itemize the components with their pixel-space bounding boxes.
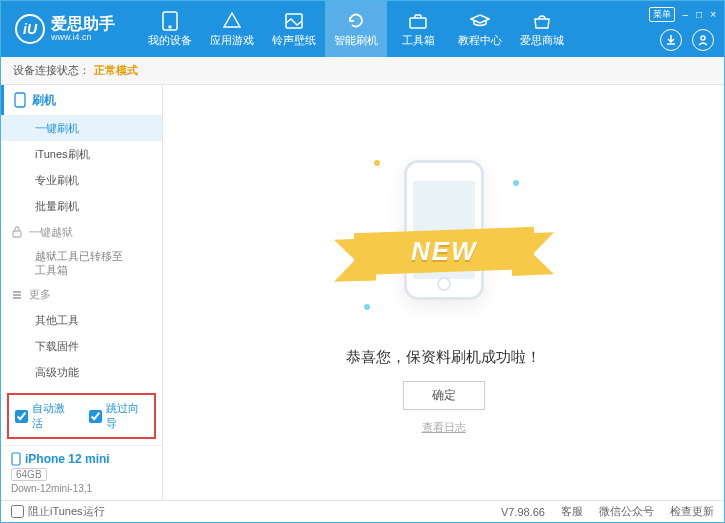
ribbon-text: NEW	[410, 236, 477, 267]
jailbreak-note: 越狱工具已转移至 工具箱	[1, 245, 162, 282]
svg-rect-5	[15, 93, 25, 107]
device-storage: 64GB	[11, 468, 47, 481]
logo-icon: iU	[15, 14, 45, 44]
svg-point-4	[701, 36, 705, 40]
window-controls: 菜单 – □ ×	[649, 7, 716, 22]
device-status-bar: 设备连接状态： 正常模式	[1, 57, 724, 85]
sidebar-section-flash[interactable]: 刷机	[1, 85, 162, 115]
close-button[interactable]: ×	[710, 9, 716, 20]
nav-smart-flash[interactable]: 智能刷机	[325, 1, 387, 57]
content-panel: NEW 恭喜您，保资料刷机成功啦！ 确定 查看日志	[163, 85, 724, 500]
sidebar-item-pro-flash[interactable]: 专业刷机	[1, 167, 162, 193]
checkbox-block-itunes[interactable]: 阻止iTunes运行	[11, 504, 105, 519]
minimize-button[interactable]: –	[683, 9, 689, 20]
nav-tutorials[interactable]: 教程中心	[449, 1, 511, 57]
footer-service[interactable]: 客服	[561, 504, 583, 519]
brand-name: 爱思助手	[51, 15, 115, 33]
menu-button[interactable]: 菜单	[649, 7, 675, 22]
titlebar: iU 爱思助手 www.i4.cn 我的设备 应用游戏 铃声壁纸 智能刷机 工具…	[1, 1, 724, 57]
brand-url: www.i4.cn	[51, 33, 115, 43]
footer-check-update[interactable]: 检查更新	[670, 504, 714, 519]
lock-icon	[11, 226, 23, 238]
nav-toolbox[interactable]: 工具箱	[387, 1, 449, 57]
device-name[interactable]: iPhone 12 mini	[11, 452, 152, 466]
graduation-icon	[470, 11, 490, 31]
device-model: Down-12mini-13,1	[11, 483, 152, 494]
checkbox-auto-activate[interactable]: 自动激活	[15, 401, 75, 431]
view-log-link[interactable]: 查看日志	[422, 420, 466, 435]
sidebar-item-download-firmware[interactable]: 下载固件	[1, 334, 162, 360]
success-illustration: NEW	[354, 150, 534, 330]
success-message: 恭喜您，保资料刷机成功啦！	[346, 348, 541, 367]
menu-icon	[11, 289, 23, 301]
nav-store[interactable]: 爱思商城	[511, 1, 573, 57]
main-nav: 我的设备 应用游戏 铃声壁纸 智能刷机 工具箱 教程中心 爱思商城	[139, 1, 573, 57]
sidebar-item-batch-flash[interactable]: 批量刷机	[1, 193, 162, 219]
svg-rect-7	[12, 453, 20, 465]
phone-icon	[160, 11, 180, 31]
svg-rect-3	[410, 18, 426, 28]
refresh-icon	[346, 11, 366, 31]
svg-point-1	[169, 26, 171, 28]
sidebar-item-itunes-flash[interactable]: iTunes刷机	[1, 141, 162, 167]
sidebar-item-advanced[interactable]: 高级功能	[1, 360, 162, 386]
phone-icon	[14, 92, 26, 108]
options-highlight-box: 自动激活 跳过向导	[7, 393, 156, 439]
phone-icon	[11, 452, 21, 466]
nav-my-device[interactable]: 我的设备	[139, 1, 201, 57]
device-info: iPhone 12 mini 64GB Down-12mini-13,1	[1, 445, 162, 500]
checkbox-skip-guide[interactable]: 跳过向导	[89, 401, 149, 431]
sidebar: 刷机 一键刷机 iTunes刷机 专业刷机 批量刷机 一键越狱 越狱工具已转移至…	[1, 85, 163, 500]
confirm-button[interactable]: 确定	[403, 381, 485, 410]
sidebar-item-other-tools[interactable]: 其他工具	[1, 308, 162, 334]
apps-icon	[222, 11, 242, 31]
sidebar-item-oneclick-flash[interactable]: 一键刷机	[1, 115, 162, 141]
svg-rect-6	[13, 231, 21, 237]
app-logo: iU 爱思助手 www.i4.cn	[1, 14, 129, 44]
download-button[interactable]	[660, 29, 682, 51]
version-label: V7.98.66	[501, 506, 545, 518]
device-status-label: 设备连接状态：	[13, 63, 90, 78]
nav-apps[interactable]: 应用游戏	[201, 1, 263, 57]
footer: 阻止iTunes运行 V7.98.66 客服 微信公众号 检查更新	[1, 500, 724, 522]
device-status-value: 正常模式	[94, 63, 138, 78]
maximize-button[interactable]: □	[696, 9, 702, 20]
user-button[interactable]	[692, 29, 714, 51]
toolbox-icon	[408, 11, 428, 31]
sidebar-section-more[interactable]: 更多	[1, 282, 162, 308]
sidebar-section-jailbreak[interactable]: 一键越狱	[1, 219, 162, 245]
wallpaper-icon	[284, 11, 304, 31]
nav-ringtones[interactable]: 铃声壁纸	[263, 1, 325, 57]
footer-wechat[interactable]: 微信公众号	[599, 504, 654, 519]
store-icon	[532, 11, 552, 31]
